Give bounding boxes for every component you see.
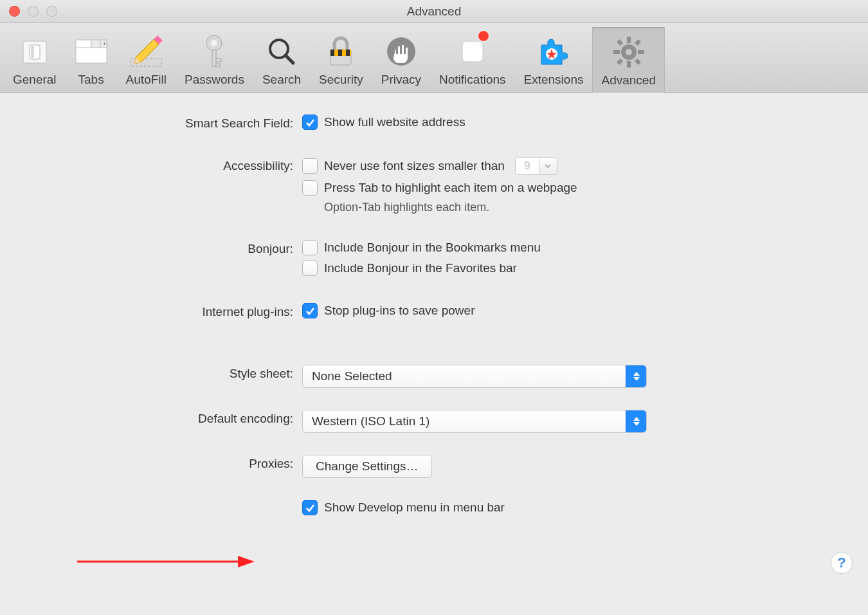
svg-rect-15 bbox=[216, 59, 221, 62]
select-arrows-icon bbox=[626, 365, 646, 387]
svg-rect-2 bbox=[31, 46, 34, 58]
tab-notifications[interactable]: Notifications bbox=[430, 23, 515, 92]
stylesheet-label: Style sheet: bbox=[26, 365, 302, 381]
stylesheet-select[interactable]: None Selected bbox=[302, 365, 647, 388]
svg-rect-35 bbox=[617, 59, 623, 65]
show-develop-checkbox[interactable] bbox=[302, 500, 318, 515]
svg-rect-4 bbox=[76, 40, 91, 48]
svg-rect-22 bbox=[338, 50, 342, 56]
change-settings-button[interactable]: Change Settings… bbox=[302, 455, 432, 478]
svg-marker-40 bbox=[633, 417, 640, 421]
tab-extensions[interactable]: Extensions bbox=[515, 23, 593, 92]
svg-rect-29 bbox=[627, 37, 631, 43]
tab-privacy[interactable]: Privacy bbox=[372, 23, 430, 92]
plugins-label: Internet plug-ins: bbox=[26, 303, 302, 319]
stop-plugins-text: Stop plug-ins to save power bbox=[324, 304, 475, 318]
pencil-icon bbox=[128, 35, 164, 68]
press-tab-text: Press Tab to highlight each item on a we… bbox=[324, 181, 577, 195]
stop-plugins-checkbox[interactable] bbox=[302, 303, 318, 318]
svg-rect-21 bbox=[330, 50, 334, 56]
svg-rect-31 bbox=[613, 50, 620, 54]
preferences-toolbar: General + Tabs AutoFill bbox=[0, 23, 868, 93]
tabs-icon: + bbox=[75, 39, 108, 64]
svg-rect-36 bbox=[635, 59, 641, 65]
bonjour-favorites-checkbox[interactable] bbox=[302, 261, 318, 276]
titlebar: Advanced bbox=[0, 0, 868, 23]
svg-rect-16 bbox=[216, 64, 220, 67]
svg-rect-34 bbox=[635, 39, 641, 46]
show-full-address-text: Show full website address bbox=[324, 115, 466, 129]
svg-rect-3 bbox=[76, 46, 107, 63]
lock-icon bbox=[327, 35, 355, 68]
min-font-text: Never use font sizes smaller than bbox=[324, 159, 505, 173]
svg-line-18 bbox=[285, 55, 293, 63]
min-font-checkbox[interactable] bbox=[302, 158, 318, 174]
bonjour-bookmarks-text: Include Bonjour in the Bookmarks menu bbox=[324, 241, 541, 255]
gear-icon bbox=[612, 35, 646, 69]
show-full-address-checkbox[interactable] bbox=[302, 115, 318, 130]
svg-point-13 bbox=[211, 40, 217, 46]
encoding-select[interactable]: Western (ISO Latin 1) bbox=[302, 410, 647, 433]
svg-rect-33 bbox=[617, 39, 623, 46]
tab-passwords[interactable]: Passwords bbox=[176, 23, 253, 92]
switch-icon bbox=[22, 37, 48, 66]
bonjour-favorites-text: Include Bonjour in the Favorites bar bbox=[324, 261, 517, 275]
svg-rect-30 bbox=[627, 61, 631, 68]
notification-badge-icon bbox=[478, 30, 489, 42]
svg-rect-23 bbox=[346, 50, 350, 56]
hand-icon bbox=[386, 36, 417, 67]
tab-tabs[interactable]: + Tabs bbox=[66, 23, 117, 92]
key-icon bbox=[201, 34, 227, 69]
svg-point-37 bbox=[626, 49, 632, 55]
tab-search[interactable]: Search bbox=[253, 23, 310, 92]
window-title: Advanced bbox=[0, 5, 868, 19]
svg-rect-25 bbox=[462, 41, 483, 62]
svg-rect-5 bbox=[91, 40, 100, 48]
min-font-value: 9 bbox=[516, 158, 539, 174]
search-icon bbox=[266, 36, 297, 67]
svg-marker-38 bbox=[633, 372, 640, 376]
smart-search-label: Smart Search Field: bbox=[26, 115, 302, 131]
help-button[interactable]: ? bbox=[831, 552, 853, 574]
chevron-down-icon[interactable] bbox=[539, 158, 557, 174]
svg-marker-43 bbox=[238, 556, 255, 567]
svg-marker-41 bbox=[633, 422, 640, 426]
advanced-pane: Smart Search Field: Show full website ad… bbox=[0, 93, 868, 551]
svg-marker-39 bbox=[633, 377, 640, 381]
tab-security[interactable]: Security bbox=[310, 23, 372, 92]
tab-advanced[interactable]: Advanced bbox=[592, 27, 665, 93]
show-develop-text: Show Develop menu in menu bar bbox=[324, 500, 505, 515]
annotation-arrow-icon bbox=[77, 552, 257, 571]
stylesheet-value: None Selected bbox=[303, 369, 626, 383]
svg-rect-14 bbox=[212, 50, 216, 66]
min-font-stepper[interactable]: 9 bbox=[515, 157, 557, 175]
accessibility-hint: Option-Tab highlights each item. bbox=[324, 201, 842, 214]
accessibility-label: Accessibility: bbox=[26, 157, 302, 173]
encoding-label: Default encoding: bbox=[26, 410, 302, 426]
proxies-label: Proxies: bbox=[26, 455, 302, 471]
select-arrows-icon bbox=[626, 410, 646, 432]
press-tab-checkbox[interactable] bbox=[302, 180, 318, 196]
tab-autofill[interactable]: AutoFill bbox=[117, 23, 176, 92]
svg-text:+: + bbox=[103, 41, 106, 47]
encoding-value: Western (ISO Latin 1) bbox=[303, 414, 626, 428]
svg-rect-32 bbox=[638, 50, 644, 54]
bonjour-bookmarks-checkbox[interactable] bbox=[302, 240, 318, 255]
puzzle-icon bbox=[538, 36, 570, 67]
tab-general[interactable]: General bbox=[4, 23, 66, 92]
bonjour-label: Bonjour: bbox=[26, 240, 302, 256]
